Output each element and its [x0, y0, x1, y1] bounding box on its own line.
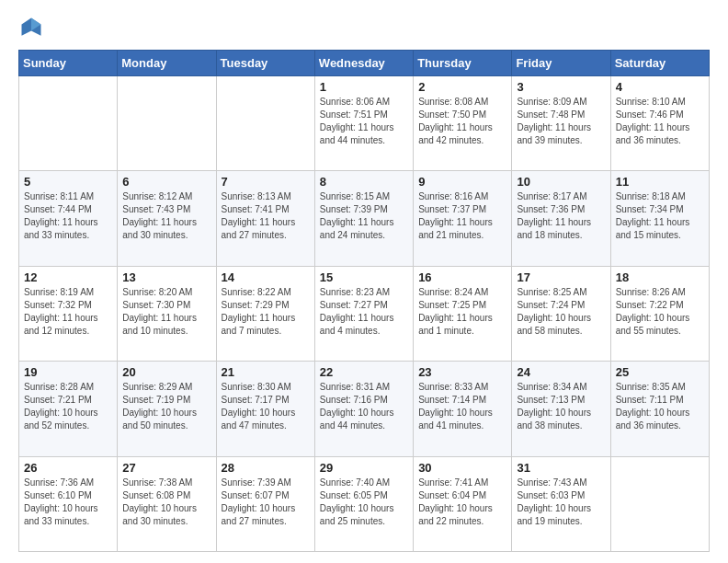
- calendar-cell: 8Sunrise: 8:15 AM Sunset: 7:39 PM Daylig…: [314, 171, 413, 266]
- day-info: Sunrise: 8:20 AM Sunset: 7:30 PM Dayligh…: [122, 286, 210, 338]
- day-info: Sunrise: 8:23 AM Sunset: 7:27 PM Dayligh…: [320, 286, 408, 338]
- day-number: 12: [24, 270, 112, 284]
- day-number: 25: [616, 365, 704, 379]
- calendar-header-saturday: Saturday: [610, 51, 709, 76]
- day-number: 15: [320, 270, 408, 284]
- day-info: Sunrise: 8:08 AM Sunset: 7:50 PM Dayligh…: [418, 96, 506, 147]
- day-info: Sunrise: 8:26 AM Sunset: 7:22 PM Dayligh…: [616, 286, 704, 338]
- calendar-cell: 19Sunrise: 8:28 AM Sunset: 7:21 PM Dayli…: [19, 362, 118, 456]
- calendar-cell: 25Sunrise: 8:35 AM Sunset: 7:11 PM Dayli…: [610, 362, 709, 456]
- calendar-cell: 16Sunrise: 8:24 AM Sunset: 7:25 PM Dayli…: [414, 266, 512, 361]
- day-info: Sunrise: 7:36 AM Sunset: 6:10 PM Dayligh…: [24, 477, 112, 528]
- day-info: Sunrise: 8:18 AM Sunset: 7:34 PM Dayligh…: [616, 190, 704, 242]
- calendar-cell: 18Sunrise: 8:26 AM Sunset: 7:22 PM Dayli…: [610, 266, 709, 361]
- day-info: Sunrise: 8:28 AM Sunset: 7:21 PM Dayligh…: [24, 381, 112, 432]
- header: [18, 15, 710, 40]
- calendar-cell: 26Sunrise: 7:36 AM Sunset: 6:10 PM Dayli…: [19, 456, 118, 551]
- day-number: 3: [517, 80, 605, 94]
- day-number: 17: [517, 270, 605, 284]
- calendar-cell: 11Sunrise: 8:18 AM Sunset: 7:34 PM Dayli…: [610, 171, 709, 266]
- day-number: 6: [122, 175, 210, 189]
- day-number: 31: [517, 461, 605, 475]
- day-number: 29: [320, 461, 408, 475]
- day-number: 4: [616, 80, 704, 94]
- day-info: Sunrise: 7:43 AM Sunset: 6:03 PM Dayligh…: [517, 477, 605, 528]
- calendar-cell: 6Sunrise: 8:12 AM Sunset: 7:43 PM Daylig…: [118, 171, 216, 266]
- calendar-cell: 10Sunrise: 8:17 AM Sunset: 7:36 PM Dayli…: [512, 171, 610, 266]
- calendar-cell: 7Sunrise: 8:13 AM Sunset: 7:41 PM Daylig…: [216, 171, 314, 266]
- calendar-cell: 30Sunrise: 7:41 AM Sunset: 6:04 PM Dayli…: [414, 456, 512, 551]
- day-number: 5: [24, 175, 112, 189]
- day-number: 21: [222, 365, 310, 379]
- calendar-header-thursday: Thursday: [414, 51, 512, 76]
- calendar-header-tuesday: Tuesday: [216, 51, 314, 76]
- calendar-cell: 21Sunrise: 8:30 AM Sunset: 7:17 PM Dayli…: [216, 362, 314, 456]
- day-info: Sunrise: 8:34 AM Sunset: 7:13 PM Dayligh…: [517, 381, 605, 432]
- day-info: Sunrise: 8:16 AM Sunset: 7:37 PM Dayligh…: [418, 190, 506, 242]
- day-number: 19: [24, 365, 112, 379]
- day-info: Sunrise: 8:15 AM Sunset: 7:39 PM Dayligh…: [320, 190, 408, 242]
- day-info: Sunrise: 8:17 AM Sunset: 7:36 PM Dayligh…: [517, 190, 605, 242]
- calendar-week-row: 19Sunrise: 8:28 AM Sunset: 7:21 PM Dayli…: [19, 362, 710, 456]
- calendar-week-row: 12Sunrise: 8:19 AM Sunset: 7:32 PM Dayli…: [19, 266, 710, 361]
- day-info: Sunrise: 8:19 AM Sunset: 7:32 PM Dayligh…: [24, 286, 112, 338]
- day-info: Sunrise: 8:09 AM Sunset: 7:48 PM Dayligh…: [517, 96, 605, 147]
- day-number: 16: [418, 270, 506, 284]
- calendar-cell: 20Sunrise: 8:29 AM Sunset: 7:19 PM Dayli…: [118, 362, 216, 456]
- calendar-cell: 23Sunrise: 8:33 AM Sunset: 7:14 PM Dayli…: [414, 362, 512, 456]
- calendar-cell: 4Sunrise: 8:10 AM Sunset: 7:46 PM Daylig…: [610, 76, 709, 171]
- day-info: Sunrise: 7:41 AM Sunset: 6:04 PM Dayligh…: [418, 477, 506, 528]
- day-number: 2: [418, 80, 506, 94]
- calendar-cell: 12Sunrise: 8:19 AM Sunset: 7:32 PM Dayli…: [19, 266, 118, 361]
- day-info: Sunrise: 8:10 AM Sunset: 7:46 PM Dayligh…: [616, 96, 704, 147]
- calendar-cell: 5Sunrise: 8:11 AM Sunset: 7:44 PM Daylig…: [19, 171, 118, 266]
- day-number: 13: [122, 270, 210, 284]
- day-number: 11: [616, 175, 704, 189]
- calendar-cell: 9Sunrise: 8:16 AM Sunset: 7:37 PM Daylig…: [414, 171, 512, 266]
- calendar-cell: 27Sunrise: 7:38 AM Sunset: 6:08 PM Dayli…: [118, 456, 216, 551]
- day-info: Sunrise: 7:40 AM Sunset: 6:05 PM Dayligh…: [320, 477, 408, 528]
- day-info: Sunrise: 8:13 AM Sunset: 7:41 PM Dayligh…: [222, 190, 310, 242]
- calendar-cell: [216, 76, 314, 171]
- day-info: Sunrise: 7:38 AM Sunset: 6:08 PM Dayligh…: [122, 477, 210, 528]
- calendar-cell: [118, 76, 216, 171]
- day-info: Sunrise: 7:39 AM Sunset: 6:07 PM Dayligh…: [222, 477, 310, 528]
- calendar-week-row: 5Sunrise: 8:11 AM Sunset: 7:44 PM Daylig…: [19, 171, 710, 266]
- day-info: Sunrise: 8:12 AM Sunset: 7:43 PM Dayligh…: [122, 190, 210, 242]
- day-number: 22: [320, 365, 408, 379]
- day-number: 20: [122, 365, 210, 379]
- day-info: Sunrise: 8:22 AM Sunset: 7:29 PM Dayligh…: [222, 286, 310, 338]
- calendar-header-wednesday: Wednesday: [314, 51, 413, 76]
- day-number: 23: [418, 365, 506, 379]
- day-info: Sunrise: 8:06 AM Sunset: 7:51 PM Dayligh…: [320, 96, 408, 147]
- calendar-week-row: 1Sunrise: 8:06 AM Sunset: 7:51 PM Daylig…: [19, 76, 710, 171]
- day-info: Sunrise: 8:30 AM Sunset: 7:17 PM Dayligh…: [222, 381, 310, 432]
- day-number: 26: [24, 461, 112, 475]
- day-number: 10: [517, 175, 605, 189]
- calendar-cell: 1Sunrise: 8:06 AM Sunset: 7:51 PM Daylig…: [314, 76, 413, 171]
- calendar-cell: 29Sunrise: 7:40 AM Sunset: 6:05 PM Dayli…: [314, 456, 413, 551]
- day-number: 8: [320, 175, 408, 189]
- calendar-cell: [19, 76, 118, 171]
- day-info: Sunrise: 8:25 AM Sunset: 7:24 PM Dayligh…: [517, 286, 605, 338]
- day-number: 18: [616, 270, 704, 284]
- calendar-cell: 3Sunrise: 8:09 AM Sunset: 7:48 PM Daylig…: [512, 76, 610, 171]
- day-info: Sunrise: 8:11 AM Sunset: 7:44 PM Dayligh…: [24, 190, 112, 242]
- page: SundayMondayTuesdayWednesdayThursdayFrid…: [0, 0, 728, 563]
- calendar-cell: 13Sunrise: 8:20 AM Sunset: 7:30 PM Dayli…: [118, 266, 216, 361]
- calendar-header-sunday: Sunday: [19, 51, 118, 76]
- calendar-cell: 17Sunrise: 8:25 AM Sunset: 7:24 PM Dayli…: [512, 266, 610, 361]
- day-info: Sunrise: 8:33 AM Sunset: 7:14 PM Dayligh…: [418, 381, 506, 432]
- day-number: 28: [222, 461, 310, 475]
- logo-icon: [18, 15, 44, 40]
- day-info: Sunrise: 8:24 AM Sunset: 7:25 PM Dayligh…: [418, 286, 506, 338]
- day-number: 24: [517, 365, 605, 379]
- day-number: 1: [320, 80, 408, 94]
- calendar-header-friday: Friday: [512, 51, 610, 76]
- logo: [18, 15, 48, 40]
- day-info: Sunrise: 8:29 AM Sunset: 7:19 PM Dayligh…: [122, 381, 210, 432]
- calendar-cell: 22Sunrise: 8:31 AM Sunset: 7:16 PM Dayli…: [314, 362, 413, 456]
- calendar-header-row: SundayMondayTuesdayWednesdayThursdayFrid…: [19, 51, 710, 76]
- calendar-week-row: 26Sunrise: 7:36 AM Sunset: 6:10 PM Dayli…: [19, 456, 710, 551]
- calendar-cell: 24Sunrise: 8:34 AM Sunset: 7:13 PM Dayli…: [512, 362, 610, 456]
